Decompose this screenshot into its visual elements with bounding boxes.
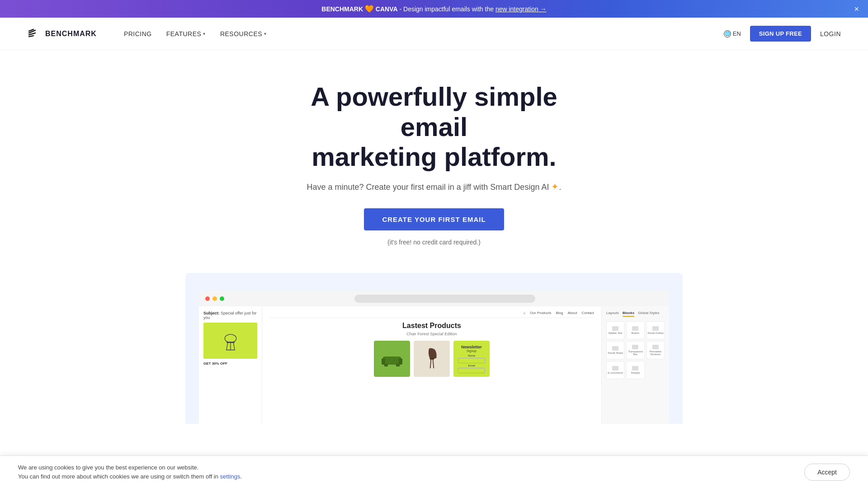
nav-item-products: Our Products xyxy=(530,311,551,315)
nav-item-contact: Contact xyxy=(581,311,594,315)
svg-line-3 xyxy=(29,33,35,35)
newsletter-form: Name Email xyxy=(458,354,485,373)
chair-illustration xyxy=(222,329,240,352)
block-icon xyxy=(632,366,638,371)
svg-line-4 xyxy=(29,36,33,37)
products-grid: Newsletter Signup Name Email xyxy=(269,341,594,377)
name-label: Name xyxy=(458,354,485,357)
svg-line-17 xyxy=(430,359,431,368)
svg-rect-12 xyxy=(382,358,385,365)
email-preview-panel: Subject: Special offer just for you GET … xyxy=(199,306,262,424)
banner-benchmark: BENCHMARK xyxy=(321,5,365,13)
email-label: Email xyxy=(458,364,485,367)
blocks-panel: Layouts Blocks Global Styles Splitter Te… xyxy=(601,306,669,424)
nav-right: 🌐 EN SIGN UP FREE LOGIN xyxy=(724,26,841,42)
tab-layouts[interactable]: Layouts xyxy=(606,311,619,317)
logo-text: BENCHMARK xyxy=(45,30,97,38)
newsletter-title: Newsletter xyxy=(461,345,482,349)
product-card-chair xyxy=(414,341,450,377)
hero-section: A powerfully simple email marketing plat… xyxy=(0,50,868,264)
top-banner: BENCHMARK 🧡 CANVA - Design impactful ema… xyxy=(0,0,868,18)
promo-text: GET 30% OFF xyxy=(203,361,257,366)
newsletter-sub: Signup xyxy=(467,349,476,352)
block-icon xyxy=(652,345,659,349)
svg-rect-11 xyxy=(383,357,401,365)
products-subtitle: Chair Forest Special Edition xyxy=(269,332,594,336)
banner-mid-text: - Design impactful emails with the xyxy=(398,5,495,13)
block-icon xyxy=(632,326,638,331)
svg-line-8 xyxy=(233,343,235,350)
browser-chrome xyxy=(199,291,669,306)
preview-section: Subject: Special offer just for you GET … xyxy=(185,273,683,424)
svg-rect-15 xyxy=(396,364,400,366)
banner-emoji: 🧡 xyxy=(365,5,374,13)
browser-address-bar xyxy=(354,295,535,303)
email-editor-panels: Subject: Special offer just for you GET … xyxy=(199,306,669,424)
block-icon xyxy=(652,326,659,331)
banner-link[interactable]: new integration → xyxy=(495,5,547,13)
spark-icon: ✦ xyxy=(551,182,559,192)
login-button[interactable]: LOGIN xyxy=(820,30,841,38)
logo-icon xyxy=(27,27,42,41)
browser-dot-green xyxy=(220,296,224,301)
signup-button[interactable]: SIGN UP FREE xyxy=(750,26,811,42)
features-chevron-icon: ▾ xyxy=(203,31,206,36)
subject-line: Subject: Special offer just for you xyxy=(203,311,257,320)
language-selector[interactable]: 🌐 EN xyxy=(724,30,741,38)
block-icon xyxy=(632,345,638,349)
nav-features[interactable]: FEATURES ▾ xyxy=(166,30,206,38)
nav-resources[interactable]: RESOURCES ▾ xyxy=(220,30,267,38)
blocks-grid: Splitter Text Button Social Follow Socia… xyxy=(606,321,665,379)
subject-label: Subject: xyxy=(203,311,220,315)
email-input-preview xyxy=(458,368,485,373)
editor-tabs: Layouts Blocks Global Styles xyxy=(606,311,665,317)
banner-canva: CANVA xyxy=(374,5,398,13)
nav-pricing[interactable]: PRICING xyxy=(124,30,152,38)
product-image-green xyxy=(203,323,257,359)
globe-icon: 🌐 xyxy=(724,30,731,38)
brown-chair-icon xyxy=(422,347,442,371)
svg-rect-0 xyxy=(27,27,42,41)
block-social-share[interactable]: Social Share xyxy=(606,341,624,359)
website-nav: ⌂ Our Products Blog About Contact xyxy=(269,311,594,318)
nav-item-blog: Blog xyxy=(556,311,563,315)
block-transparent-bar[interactable]: Transparent Bar xyxy=(626,341,644,359)
block-button[interactable]: Button xyxy=(626,321,644,339)
block-permalink[interactable]: Permalink Sections xyxy=(646,341,665,359)
banner-close-button[interactable]: × xyxy=(854,4,859,14)
block-icon xyxy=(612,346,618,351)
hero-subtext: Have a minute? Create your first email i… xyxy=(9,181,859,192)
block-splitter-text[interactable]: Splitter Text xyxy=(606,321,624,339)
home-icon: ⌂ xyxy=(524,311,526,315)
hero-headline: A powerfully simple email marketing plat… xyxy=(276,82,592,172)
resources-chevron-icon: ▾ xyxy=(264,31,267,36)
svg-line-18 xyxy=(433,359,434,368)
browser-dot-red xyxy=(205,296,210,301)
sofa-icon xyxy=(381,347,403,370)
block-icon xyxy=(612,326,618,331)
website-content: Lastest Products Chair Forest Special Ed… xyxy=(269,322,594,377)
product-card-sofa xyxy=(374,341,410,377)
free-note: (it's free! no credit card required.) xyxy=(9,239,859,246)
product-card-newsletter: Newsletter Signup Name Email xyxy=(453,341,490,377)
block-ecommerce[interactable]: E-commerce xyxy=(606,361,624,379)
nav-item-about: About xyxy=(568,311,577,315)
block-shopify[interactable]: Shopify xyxy=(626,361,644,379)
tab-global-styles[interactable]: Global Styles xyxy=(638,311,659,317)
name-input-preview xyxy=(458,358,485,363)
nav-links: PRICING FEATURES ▾ RESOURCES ▾ xyxy=(124,30,724,38)
svg-point-5 xyxy=(225,334,236,343)
products-title: Lastest Products xyxy=(269,322,594,330)
tab-blocks[interactable]: Blocks xyxy=(623,311,634,317)
block-social-follow[interactable]: Social Follow xyxy=(646,321,665,339)
block-icon xyxy=(612,366,618,371)
logo[interactable]: BENCHMARK xyxy=(27,27,97,41)
create-email-button[interactable]: CREATE YOUR FIRST EMAIL xyxy=(364,208,504,230)
svg-rect-16 xyxy=(429,358,434,359)
svg-rect-13 xyxy=(399,358,402,365)
svg-rect-14 xyxy=(384,364,388,366)
website-preview-panel: ⌂ Our Products Blog About Contact Lastes… xyxy=(262,306,601,424)
banner-text: BENCHMARK 🧡 CANVA - Design impactful ema… xyxy=(321,5,546,13)
svg-line-7 xyxy=(226,343,227,350)
browser-dot-yellow xyxy=(212,296,217,301)
